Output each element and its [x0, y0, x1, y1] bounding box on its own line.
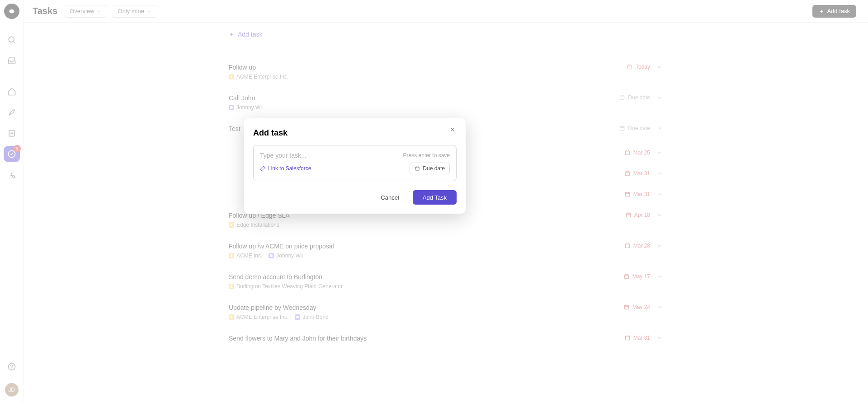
- confirm-add-task-button[interactable]: Add Task: [413, 190, 457, 205]
- link-salesforce[interactable]: Link to Salesforce: [260, 165, 311, 172]
- modal-close-button[interactable]: [449, 126, 458, 135]
- input-hint: Press enter to save: [403, 152, 450, 159]
- cancel-button[interactable]: Cancel: [373, 190, 407, 205]
- due-date-label: Due date: [423, 165, 445, 172]
- modal-title: Add task: [253, 128, 457, 138]
- link-icon: [260, 166, 265, 171]
- close-icon: [449, 126, 456, 133]
- svg-rect-19: [415, 167, 419, 171]
- due-date-select[interactable]: Due date: [410, 163, 450, 174]
- link-salesforce-label: Link to Salesforce: [268, 165, 311, 172]
- calendar-icon: [415, 166, 420, 171]
- modal-input-box: Press enter to save Link to Salesforce D…: [253, 145, 457, 181]
- task-input[interactable]: [260, 152, 403, 159]
- add-task-modal: Add task Press enter to save Link to Sal…: [244, 118, 466, 214]
